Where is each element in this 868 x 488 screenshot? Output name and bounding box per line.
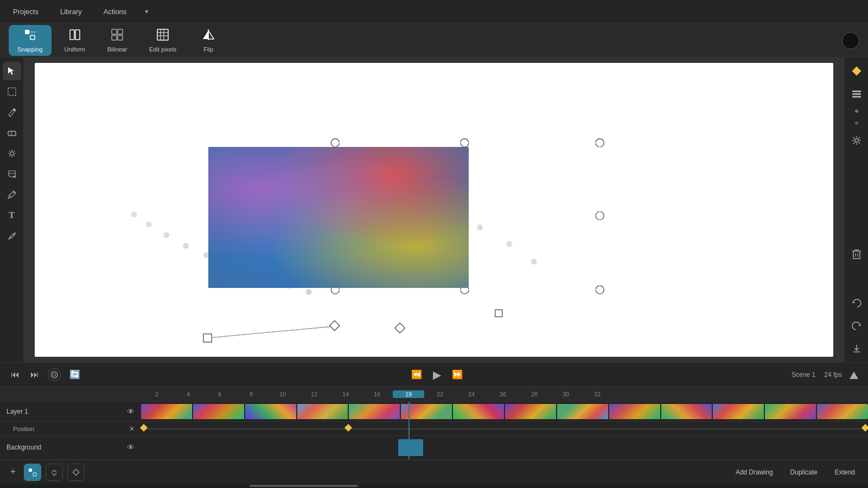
ruler-mark: 2 <box>141 391 173 397</box>
svg-point-29 <box>183 243 189 249</box>
extend-button[interactable]: Extend <box>828 465 861 479</box>
edit-pixels-icon <box>156 28 169 44</box>
playhead <box>409 402 410 421</box>
position-content[interactable] <box>141 422 868 435</box>
rewind-button[interactable]: ⏪ <box>409 367 424 382</box>
timeline-layers: Layer 1 👁 <box>0 402 868 460</box>
marquee-tool[interactable] <box>3 82 21 101</box>
svg-rect-18 <box>8 88 16 95</box>
layer-1-content[interactable] <box>141 402 868 421</box>
ruler-mark-current[interactable]: 19 <box>393 390 424 398</box>
main-area: T <box>0 57 868 362</box>
canvas-image[interactable] <box>208 147 469 288</box>
background-content[interactable] <box>141 436 868 459</box>
layers-button[interactable] <box>847 85 866 103</box>
svg-rect-38 <box>330 320 340 330</box>
eyedropper-tool[interactable] <box>3 185 21 204</box>
scrollbar-thumb[interactable] <box>250 485 358 487</box>
position-close-button[interactable]: ✕ <box>129 425 135 433</box>
pen-tool[interactable] <box>3 227 21 245</box>
dropdown-arrow-icon[interactable]: ▼ <box>144 9 149 15</box>
canvas-background <box>35 63 833 357</box>
pencil-tool[interactable] <box>3 103 21 121</box>
thumbnail <box>141 404 192 419</box>
layer-row-1: Layer 1 👁 <box>0 402 868 422</box>
menu-library[interactable]: Library <box>56 5 86 18</box>
play-button[interactable]: ▶ <box>431 366 443 383</box>
download-button[interactable] <box>847 339 866 358</box>
fill-tool[interactable] <box>3 165 21 183</box>
flip-button[interactable]: Flip <box>189 25 227 56</box>
svg-rect-19 <box>8 131 16 136</box>
snapping-action-button[interactable] <box>24 464 41 481</box>
thumbnail <box>557 404 608 419</box>
svg-point-22 <box>14 176 16 178</box>
flip-icon <box>202 28 215 44</box>
position-name: Position <box>13 426 34 432</box>
delete-button[interactable] <box>847 245 866 264</box>
blur-tool[interactable] <box>3 144 21 163</box>
text-tool[interactable]: T <box>3 206 21 224</box>
background-visibility[interactable]: 👁 <box>127 443 135 452</box>
loop-button[interactable]: 🔄 <box>67 367 82 382</box>
thumbnail <box>297 404 348 419</box>
ruler-mark: 14 <box>330 391 361 397</box>
select-tool[interactable] <box>3 62 21 80</box>
eraser-tool[interactable] <box>3 124 21 142</box>
step-forward-button[interactable]: ⏭ <box>28 368 41 382</box>
fast-forward-button[interactable]: ⏩ <box>450 367 465 382</box>
menu-projects[interactable]: Projects <box>9 5 43 18</box>
layer-1-visibility[interactable]: 👁 <box>127 407 135 416</box>
top-menu: Projects Library Actions ▼ <box>0 0 868 24</box>
keyframe-start[interactable] <box>140 423 148 431</box>
bilinear-label: Bilinear <box>107 46 127 53</box>
thumbnail <box>609 404 660 419</box>
background-name: Background <box>7 444 41 451</box>
edit-pixels-button[interactable]: Edit pixels <box>141 25 185 56</box>
snapping-button[interactable]: Snapping <box>9 25 52 56</box>
bilinear-button[interactable]: Bilinear <box>98 25 136 56</box>
svg-rect-0 <box>25 30 29 34</box>
uniform-button[interactable]: Uniform <box>56 25 94 56</box>
timeline-settings-button[interactable] <box>848 369 859 380</box>
add-drawing-button[interactable]: Add Drawing <box>729 465 780 479</box>
svg-rect-8 <box>118 35 123 40</box>
svg-point-27 <box>146 222 152 228</box>
onion-skin-button[interactable] <box>48 368 61 381</box>
color-circle[interactable] <box>842 32 859 49</box>
background-row: Background 👁 <box>0 436 868 460</box>
svg-point-35 <box>306 289 312 295</box>
svg-rect-4 <box>75 30 80 40</box>
canvas-area[interactable] <box>24 57 844 362</box>
menu-actions[interactable]: Actions <box>99 5 131 18</box>
add-layer-button[interactable]: + <box>7 466 20 479</box>
uniform-label: Uniform <box>65 46 86 53</box>
properties-button[interactable] <box>847 131 866 150</box>
bottom-area: ⏮ ⏭ 🔄 ⏪ ▶ ⏩ Scene 1 24 fps 2 4 6 <box>0 362 868 488</box>
svg-point-39 <box>331 139 339 147</box>
background-playhead <box>409 436 410 459</box>
snapping-label: Snapping <box>17 46 43 53</box>
svg-rect-61 <box>395 323 405 333</box>
undo-button[interactable] <box>847 294 866 312</box>
thumbnail <box>245 404 296 419</box>
redo-button[interactable] <box>847 317 866 335</box>
keyframe-middle[interactable] <box>344 423 352 431</box>
ruler-mark: 30 <box>550 391 582 397</box>
snapping-icon <box>23 28 36 44</box>
keyframe-action-button[interactable] <box>67 464 85 481</box>
keyframe-end[interactable] <box>861 423 868 431</box>
left-toolbar: T <box>0 57 24 362</box>
ruler-mark: 4 <box>173 391 204 397</box>
duplicate-button[interactable]: Duplicate <box>784 465 824 479</box>
transform-action-button[interactable] <box>46 464 63 481</box>
svg-point-48 <box>506 241 512 247</box>
ruler-mark: 24 <box>456 391 487 397</box>
thumbnail <box>765 404 816 419</box>
go-to-start-button[interactable]: ⏮ <box>9 368 22 382</box>
svg-point-23 <box>13 192 15 194</box>
bilinear-icon <box>111 28 124 44</box>
uniform-icon <box>68 28 81 44</box>
ruler-mark: 22 <box>424 391 456 397</box>
timeline-scrollbar <box>0 484 868 488</box>
